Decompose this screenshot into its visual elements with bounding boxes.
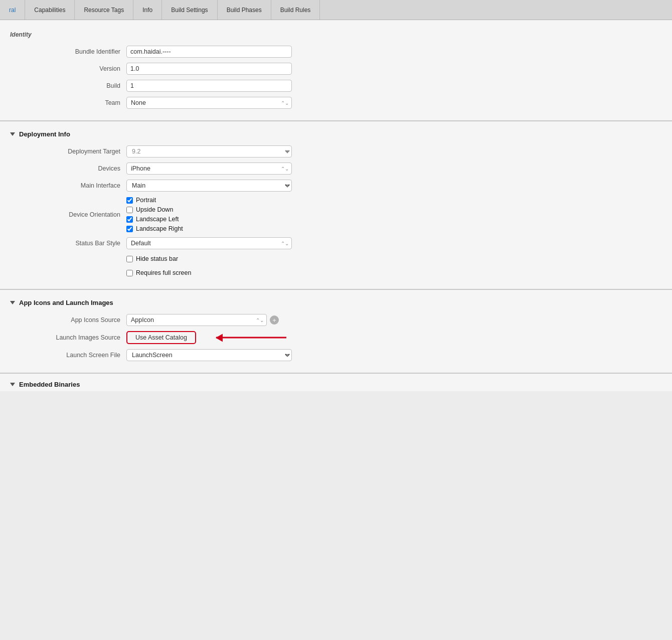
tab-info[interactable]: Info <box>133 0 162 20</box>
tab-build-phases[interactable]: Build Phases <box>218 0 271 20</box>
identity-section: Identity Bundle Identifier Version Build… <box>0 20 672 121</box>
bundle-identifier-input[interactable] <box>126 46 292 58</box>
status-bar-style-label: Status Bar Style <box>10 240 120 247</box>
orientation-portrait[interactable]: Portrait <box>126 197 292 204</box>
add-app-icon-button[interactable]: + <box>270 315 279 325</box>
app-icons-header: App Icons and Launch Images <box>0 297 672 311</box>
status-bar-select-wrapper: Default <box>126 237 292 249</box>
tab-resource-tags[interactable]: Resource Tags <box>75 0 133 20</box>
team-select[interactable]: None <box>126 97 292 109</box>
tab-build-settings[interactable]: Build Settings <box>162 0 217 20</box>
app-icons-source-control: AppIcon + <box>126 314 292 326</box>
landscape-left-checkbox[interactable] <box>126 216 133 223</box>
launch-images-source-row: Launch Images Source Use Asset Catalog <box>0 329 672 347</box>
deployment-target-label: Deployment Target <box>10 148 120 155</box>
devices-select-wrapper: iPhone <box>126 163 292 175</box>
launch-images-source-label: Launch Images Source <box>10 334 120 341</box>
hide-status-bar-label[interactable]: Hide status bar <box>126 255 292 262</box>
launch-screen-select-wrapper: LaunchScreen <box>126 349 292 361</box>
bundle-identifier-label: Bundle Identifier <box>10 48 120 55</box>
triangle-icon <box>10 132 15 136</box>
version-input[interactable] <box>126 63 292 75</box>
team-label: Team <box>10 99 120 106</box>
triangle-icon-3 <box>10 383 15 386</box>
team-select-wrapper: None <box>126 97 292 109</box>
team-row: Team None <box>0 94 672 111</box>
version-label: Version <box>10 65 120 72</box>
main-interface-select[interactable]: Main <box>126 180 292 192</box>
portrait-checkbox[interactable] <box>126 197 133 204</box>
launch-images-source-control: Use Asset Catalog <box>126 331 292 344</box>
bundle-identifier-row: Bundle Identifier <box>0 43 672 60</box>
use-asset-catalog-wrapper: Use Asset Catalog <box>126 331 196 344</box>
app-icons-select-wrapper: AppIcon <box>126 314 267 326</box>
devices-label: Devices <box>10 165 120 172</box>
main-content: Identity Bundle Identifier Version Build… <box>0 20 672 391</box>
deployment-target-select[interactable]: 9.2 <box>126 145 292 157</box>
deployment-target-select-wrapper: 9.2 <box>126 145 292 157</box>
app-icons-source-label: App Icons Source <box>10 316 120 324</box>
tab-capabilities[interactable]: Capabilities <box>25 0 75 20</box>
device-orientation-label: Device Orientation <box>10 211 120 218</box>
orientation-landscape-left[interactable]: Landscape Left <box>126 216 292 223</box>
launch-screen-file-label: Launch Screen File <box>10 352 120 359</box>
deployment-info-header: Deployment Info <box>0 128 672 143</box>
requires-full-screen-control: Requires full screen <box>126 269 292 276</box>
tab-bar: ral Capabilities Resource Tags Info Buil… <box>0 0 672 20</box>
deployment-target-row: Deployment Target 9.2 <box>0 143 672 160</box>
arrow-annotation <box>216 337 286 339</box>
launch-screen-select[interactable]: LaunchScreen <box>126 349 292 361</box>
arrow-line <box>216 337 286 339</box>
hide-status-bar-checkbox[interactable] <box>126 256 133 262</box>
use-asset-catalog-button[interactable]: Use Asset Catalog <box>126 331 196 344</box>
status-bar-style-row: Status Bar Style Default <box>0 235 672 252</box>
orientation-checkbox-group: Portrait Upside Down Landscape Left Land… <box>126 197 292 232</box>
app-icons-source-row: App Icons Source AppIcon + <box>0 311 672 329</box>
tab-ral[interactable]: ral <box>0 0 25 20</box>
hide-status-bar-row: Hide status bar <box>0 252 672 266</box>
requires-full-screen-label[interactable]: Requires full screen <box>126 269 292 276</box>
embedded-binaries-header: Embedded Binaries <box>0 374 672 391</box>
build-row: Build <box>0 77 672 94</box>
version-control <box>126 63 292 75</box>
bundle-identifier-control <box>126 46 292 58</box>
device-orientation-row: Device Orientation Portrait Upside Down … <box>0 194 672 235</box>
status-bar-style-control: Default <box>126 237 292 249</box>
app-icons-select[interactable]: AppIcon <box>126 314 267 326</box>
triangle-icon-2 <box>10 301 15 304</box>
device-orientation-control: Portrait Upside Down Landscape Left Land… <box>126 197 292 232</box>
landscape-right-checkbox[interactable] <box>126 226 133 232</box>
build-label: Build <box>10 82 120 89</box>
devices-control: iPhone <box>126 163 292 175</box>
orientation-landscape-right[interactable]: Landscape Right <box>126 225 292 232</box>
launch-screen-file-row: Launch Screen File LaunchScreen <box>0 347 672 364</box>
tab-build-rules[interactable]: Build Rules <box>271 0 320 20</box>
appicon-row: AppIcon + <box>126 314 292 326</box>
build-input[interactable] <box>126 80 292 92</box>
devices-select[interactable]: iPhone <box>126 163 292 175</box>
main-interface-label: Main Interface <box>10 182 120 189</box>
requires-full-screen-checkbox[interactable] <box>126 270 133 276</box>
devices-row: Devices iPhone <box>0 160 672 177</box>
main-interface-row: Main Interface Main <box>0 177 672 194</box>
team-control: None <box>126 97 292 109</box>
main-interface-select-wrapper: Main <box>126 180 292 192</box>
deployment-info-section: Deployment Info Deployment Target 9.2 De… <box>0 121 672 289</box>
version-row: Version <box>0 60 672 77</box>
requires-full-screen-row: Requires full screen <box>0 266 672 280</box>
identity-header: Identity <box>0 27 672 43</box>
status-bar-select[interactable]: Default <box>126 237 292 249</box>
orientation-upside-down[interactable]: Upside Down <box>126 206 292 213</box>
app-icons-section: App Icons and Launch Images App Icons So… <box>0 290 672 373</box>
hide-status-bar-control: Hide status bar <box>126 255 292 262</box>
upside-down-checkbox[interactable] <box>126 207 133 213</box>
build-control <box>126 80 292 92</box>
